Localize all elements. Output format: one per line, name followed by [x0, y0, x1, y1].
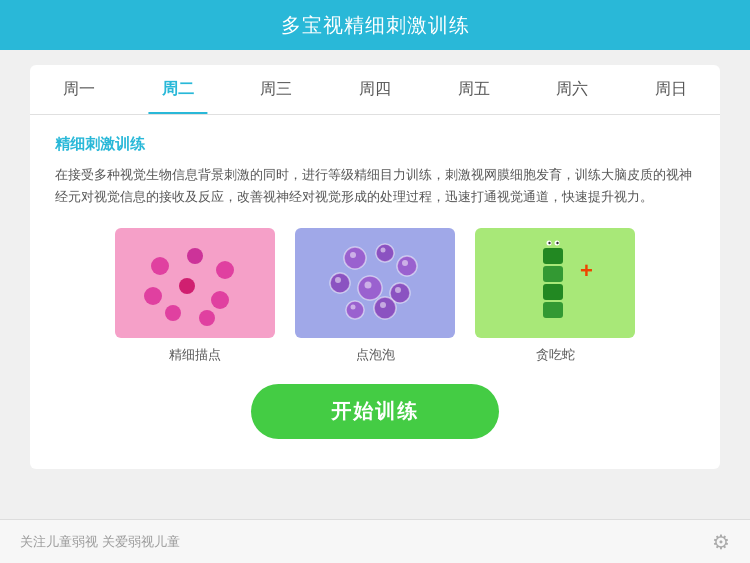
section-description: 在接受多种视觉生物信息背景刺激的同时，进行等级精细目力训练，刺激视网膜细胞发育，… — [55, 164, 695, 208]
svg-rect-35 — [543, 302, 563, 318]
game-card-bubbles[interactable]: 点泡泡 — [295, 228, 455, 364]
svg-text:+: + — [580, 258, 593, 283]
game-card-dots[interactable]: 精细描点 — [115, 228, 275, 364]
tab-sunday[interactable]: 周日 — [621, 65, 720, 114]
game-card-snake[interactable]: + 贪吃蛇 — [475, 228, 635, 364]
svg-rect-33 — [543, 266, 563, 282]
game-thumb-bubbles — [295, 228, 455, 338]
game-thumb-snake: + — [475, 228, 635, 338]
tab-monday[interactable]: 周一 — [30, 65, 129, 114]
svg-point-2 — [216, 261, 234, 279]
svg-point-0 — [151, 257, 169, 275]
svg-rect-34 — [543, 284, 563, 300]
gear-icon[interactable]: ⚙ — [712, 530, 730, 554]
svg-point-31 — [380, 302, 386, 308]
svg-point-38 — [548, 242, 550, 244]
svg-point-7 — [199, 310, 215, 326]
svg-point-28 — [351, 305, 356, 310]
tab-saturday[interactable]: 周六 — [523, 65, 622, 114]
start-button[interactable]: 开始训练 — [251, 384, 499, 439]
app-title: 多宝视精细刺激训练 — [281, 12, 470, 39]
games-row: 精细描点 — [55, 228, 695, 364]
tabs-bar: 周一 周二 周三 周四 周五 周六 周日 — [30, 65, 720, 115]
game-label-dots: 精细描点 — [169, 346, 221, 364]
svg-rect-32 — [543, 248, 563, 264]
svg-point-4 — [179, 278, 195, 294]
tab-thursday[interactable]: 周四 — [326, 65, 425, 114]
svg-point-19 — [335, 277, 341, 283]
footer-text: 关注儿童弱视 关爱弱视儿童 — [20, 533, 180, 551]
content-card: 精细刺激训练 在接受多种视觉生物信息背景刺激的同时，进行等级精细目力训练，刺激视… — [30, 115, 720, 469]
svg-point-1 — [187, 248, 203, 264]
svg-point-5 — [211, 291, 229, 309]
svg-point-39 — [556, 242, 558, 244]
game-label-bubbles: 点泡泡 — [356, 346, 395, 364]
app-header: 多宝视精细刺激训练 — [0, 0, 750, 50]
game-thumb-dots — [115, 228, 275, 338]
svg-point-16 — [402, 260, 408, 266]
svg-point-10 — [350, 252, 356, 258]
svg-point-25 — [395, 287, 401, 293]
start-button-wrap: 开始训练 — [55, 384, 695, 439]
tab-tuesday[interactable]: 周二 — [129, 65, 228, 114]
svg-point-3 — [144, 287, 162, 305]
svg-point-6 — [165, 305, 181, 321]
footer: 关注儿童弱视 关爱弱视儿童 ⚙ — [0, 519, 750, 563]
tab-friday[interactable]: 周五 — [424, 65, 523, 114]
section-title: 精细刺激训练 — [55, 135, 695, 154]
svg-point-13 — [381, 248, 386, 253]
svg-point-22 — [365, 282, 372, 289]
game-label-snake: 贪吃蛇 — [536, 346, 575, 364]
tab-wednesday[interactable]: 周三 — [227, 65, 326, 114]
main-content: 周一 周二 周三 周四 周五 周六 周日 精细刺激训练 在接受多种视觉生物信息背… — [0, 65, 750, 469]
